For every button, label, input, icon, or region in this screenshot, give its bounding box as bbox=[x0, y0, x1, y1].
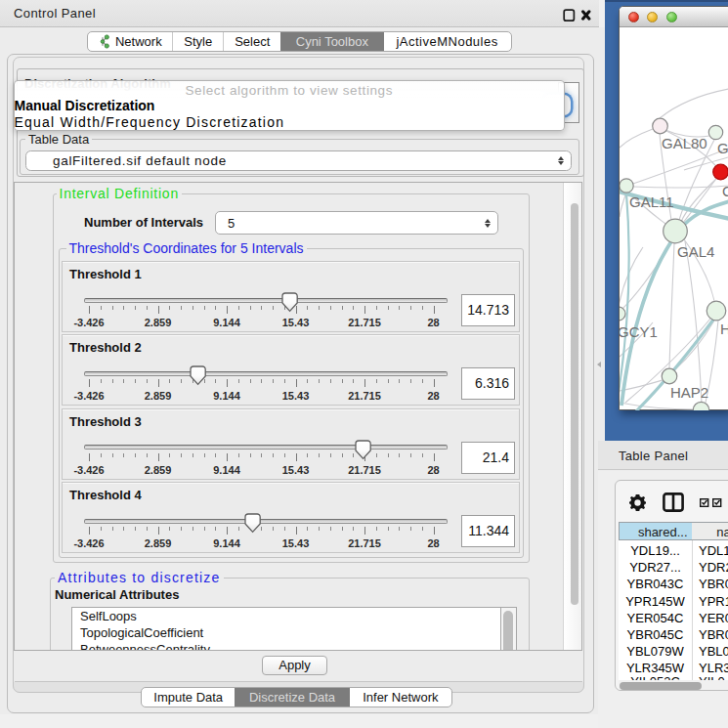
svg-text:GA: GA bbox=[717, 140, 728, 156]
svg-text:GAL11: GAL11 bbox=[629, 193, 674, 210]
svg-text:HAP2: HAP2 bbox=[670, 384, 708, 401]
svg-text:GAL4: GAL4 bbox=[677, 243, 714, 260]
svg-text:CD: CD bbox=[722, 183, 728, 199]
svg-text:HIS: HIS bbox=[720, 321, 728, 337]
svg-text:GAL80: GAL80 bbox=[662, 135, 707, 151]
svg-text:GCY1: GCY1 bbox=[620, 323, 658, 340]
